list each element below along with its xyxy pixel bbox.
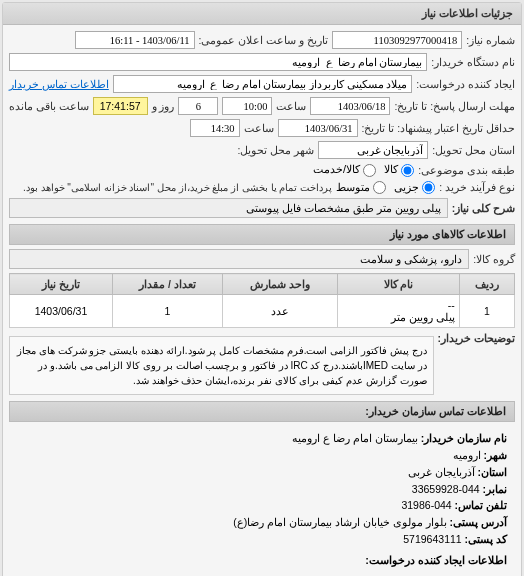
cell-sub: --	[448, 299, 455, 311]
field-requester[interactable]	[113, 75, 412, 93]
req-title-value: پیلی رویین متر طبق مشخصات فایل پیوستی	[9, 198, 448, 218]
radio-medium[interactable]	[373, 181, 386, 194]
th-name: نام کالا	[338, 274, 460, 295]
cell-date: 1403/06/31	[10, 295, 113, 328]
field-request-no[interactable]	[332, 31, 462, 49]
val-org-name: بیمارستان امام رضا ع ارومیه	[292, 432, 418, 444]
label-classification: طبقه بندی موضوعی:	[418, 164, 515, 176]
radio-service-text: کالا/خدمت	[313, 163, 360, 175]
cell-idx: 1	[459, 295, 514, 328]
radio-kala-label[interactable]: کالا	[384, 163, 414, 177]
field-announce-dt[interactable]	[75, 31, 195, 49]
label-delivery-province: استان محل تحویل:	[432, 144, 515, 156]
label-buyer-org: نام دستگاه خریدار:	[431, 56, 515, 68]
label-request-no: شماره نیاز:	[466, 34, 515, 46]
remaining-time: 17:41:57	[93, 97, 148, 115]
th-idx: ردیف	[459, 274, 514, 295]
radio-kala-text: کالا	[384, 163, 398, 175]
th-qty: تعداد / مقدار	[112, 274, 222, 295]
goods-table: ردیف نام کالا واحد شمارش تعداد / مقدار ت…	[9, 273, 515, 328]
lbl-phone: تلفن تماس:	[455, 499, 507, 511]
goods-group-value: دارو، پزشکی و سلامت	[9, 249, 469, 269]
label-remaining: ساعت باقی مانده	[9, 100, 89, 112]
label-day: روز و	[152, 100, 175, 112]
val-phone: 044-31986	[401, 499, 451, 511]
radio-partial-text: جزیی	[394, 181, 419, 193]
cell-unit: عدد	[222, 295, 337, 328]
field-remaining-days	[178, 97, 218, 115]
label-purchase-type: نوع فرآیند خرید :	[439, 181, 515, 193]
panel-title: جزئیات اطلاعات نیاز	[3, 3, 521, 25]
val-fax: 044-33659928	[412, 483, 480, 495]
contact-title: اطلاعات تماس سازمان خریدار:	[9, 401, 515, 422]
val-city: ارومیه	[453, 449, 481, 461]
field-valid-hour[interactable]	[190, 119, 240, 137]
radio-medium-label[interactable]: متوسط	[336, 181, 386, 195]
lbl-postal-code: کد پستی:	[465, 533, 507, 545]
radio-partial[interactable]	[422, 181, 435, 194]
table-row[interactable]: 1 -- پیلی رویین متر عدد 1 1403/06/31	[10, 295, 515, 328]
label-valid-to: حداقل تاریخ اعتبار پیشنهاد: تا تاریخ:	[362, 122, 515, 134]
label-hour2: ساعت	[244, 122, 274, 134]
val-postal-addr: بلوار مولوی خیابان ارشاد بیمارستان امام …	[233, 516, 447, 528]
th-date: تاریخ نیاز	[10, 274, 113, 295]
field-valid-date[interactable]	[278, 119, 358, 137]
label-deadline: مهلت ارسال پاسخ: تا تاریخ:	[394, 100, 515, 112]
label-goods-group: گروه کالا:	[473, 253, 515, 265]
details-panel: جزئیات اطلاعات نیاز شماره نیاز: تاریخ و …	[2, 2, 522, 576]
val-postal-code: 5719643111	[403, 533, 461, 545]
lbl-org-name: نام سازمان خریدار:	[421, 432, 507, 444]
field-deadline-hour[interactable]	[222, 97, 272, 115]
radio-partial-label[interactable]: جزیی	[394, 181, 435, 195]
label-hour1: ساعت	[276, 100, 306, 112]
radio-medium-text: متوسط	[336, 181, 370, 193]
field-buyer-org[interactable]	[9, 53, 427, 71]
cell-qty: 1	[112, 295, 222, 328]
requester-block: نام: میلاد نام خانوادگی: مسکینی تلفن تما…	[9, 569, 515, 576]
payment-note: پرداخت تمام یا بخشی از مبلغ خرید،از محل …	[23, 182, 332, 193]
lbl-postal-addr: آدرس پستی:	[450, 516, 507, 528]
contact-block: نام سازمان خریدار: بیمارستان امام رضا ع …	[9, 426, 515, 552]
requester-contact-title: اطلاعات ایجاد کننده درخواست:	[9, 552, 515, 569]
label-announce-dt: تاریخ و ساعت اعلان عمومی:	[199, 34, 329, 46]
lbl-city: شهر:	[484, 449, 508, 461]
buyer-notes-value: درج پیش فاکتور الزامی است.فرم مشخصات کام…	[9, 336, 434, 395]
label-delivery-city: شهر محل تحویل:	[237, 144, 314, 156]
radio-service[interactable]	[363, 164, 376, 177]
field-delivery-province[interactable]	[318, 141, 428, 159]
val-province: آذربایجان غربی	[408, 466, 475, 478]
th-unit: واحد شمارش	[222, 274, 337, 295]
radio-service-label[interactable]: کالا/خدمت	[313, 163, 376, 177]
cell-name: -- پیلی رویین متر	[338, 295, 460, 328]
label-req-title: شرح کلی نیاز:	[452, 202, 515, 214]
radio-kala[interactable]	[401, 164, 414, 177]
label-buyer-notes: توضیحات خریدار:	[438, 332, 515, 344]
goods-info-title: اطلاعات کالاهای مورد نیاز	[9, 224, 515, 245]
label-requester: ایجاد کننده درخواست:	[416, 78, 515, 90]
field-deadline-date[interactable]	[310, 97, 390, 115]
cell-name-text: پیلی رویین متر	[391, 311, 455, 323]
link-buyer-contact[interactable]: اطلاعات تماس خریدار	[9, 78, 109, 90]
lbl-fax: نمابر:	[483, 483, 508, 495]
lbl-province: استان:	[478, 466, 508, 478]
